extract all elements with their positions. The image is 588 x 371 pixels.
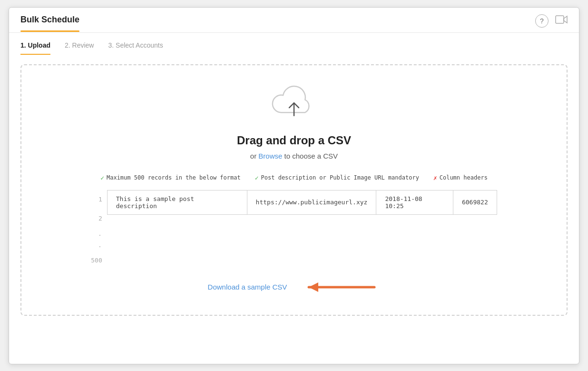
title-underline <box>20 30 79 32</box>
help-icon[interactable]: ? <box>535 14 549 28</box>
row-num-dots2: . <box>91 240 107 251</box>
download-link-area: Download a sample CSV <box>208 279 381 296</box>
tab-select-accounts[interactable]: 3. Select Accounts <box>108 41 163 55</box>
hint-column-headers: ✗ Column headers <box>433 174 488 181</box>
download-sample-link[interactable]: Download a sample CSV <box>208 283 287 291</box>
video-icon[interactable] <box>555 15 568 27</box>
table-cell-description: This is a sample post description <box>107 190 247 214</box>
tabs: 1. Upload 2. Review 3. Select Accounts <box>9 33 579 55</box>
header-title-wrap: Bulk Schedule <box>20 15 79 32</box>
browse-link[interactable]: Browse <box>258 152 282 160</box>
hint-description-mandatory: ✓ Post description or Public Image URL m… <box>255 174 419 181</box>
row-num-500: 500 <box>91 251 107 270</box>
table-cell-id: 6069822 <box>453 190 497 214</box>
sample-table: This is a sample post description https:… <box>107 190 497 215</box>
header-icons: ? <box>535 14 568 32</box>
svg-rect-0 <box>556 16 564 23</box>
upload-drop-zone[interactable]: Drag and drop a CSV or Browse to choose … <box>20 64 568 316</box>
hint-max-records: ✓ Maximum 500 records in the below forma… <box>100 174 241 181</box>
table-cell-date: 2018-11-08 10:25 <box>376 190 453 214</box>
check-icon-1: ✓ <box>100 174 104 181</box>
x-icon-1: ✗ <box>433 174 437 181</box>
svg-marker-3 <box>309 282 318 292</box>
drag-drop-subtitle: or Browse to choose a CSV <box>250 152 338 160</box>
cloud-upload-icon <box>270 84 318 124</box>
tab-review[interactable]: 2. Review <box>65 41 94 55</box>
row-num-2: 2 <box>91 209 107 228</box>
page-title: Bulk Schedule <box>20 15 79 30</box>
format-hints: ✓ Maximum 500 records in the below forma… <box>100 174 488 181</box>
arrow-indicator <box>293 279 380 296</box>
main-window: Bulk Schedule ? 1. Upload 2. Review 3. S… <box>9 7 579 364</box>
table-row: This is a sample post description https:… <box>107 190 497 214</box>
sample-table-wrap: 1 2 . . 500 This is a sample post descri… <box>91 190 497 270</box>
row-num-1: 1 <box>91 190 107 209</box>
row-numbers: 1 2 . . 500 <box>91 190 107 270</box>
table-cell-url: https://www.publicimageurl.xyz <box>247 190 376 214</box>
drag-drop-title: Drag and drop a CSV <box>237 134 351 147</box>
main-content: Drag and drop a CSV or Browse to choose … <box>9 55 579 330</box>
check-icon-2: ✓ <box>255 174 259 181</box>
header: Bulk Schedule ? <box>9 8 579 33</box>
row-num-dots: . <box>91 228 107 240</box>
tab-upload[interactable]: 1. Upload <box>20 41 50 55</box>
